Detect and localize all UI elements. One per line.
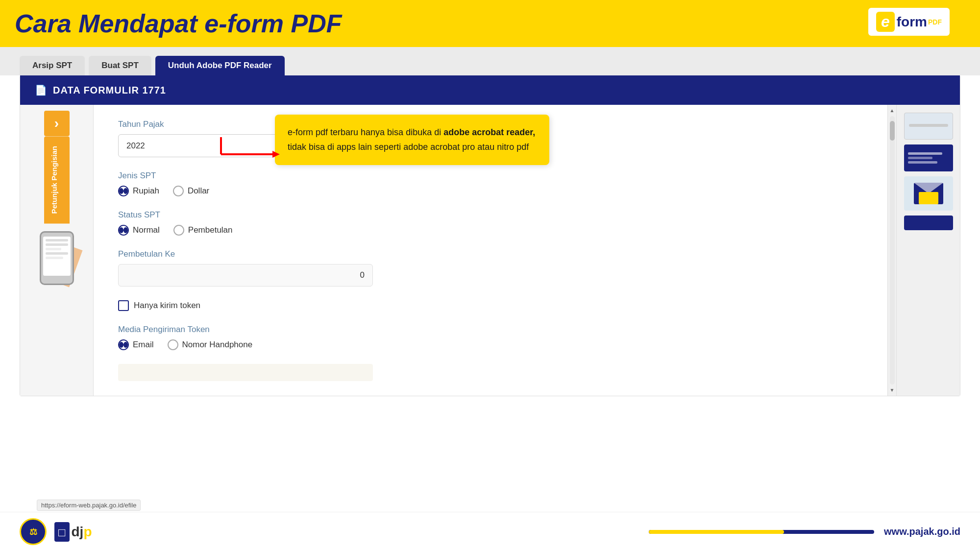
- logo-pdf: PDF: [928, 18, 942, 26]
- status-spt-radio-group: Normal Pembetulan: [118, 225, 863, 236]
- pembetulan-ke-label: Pembetulan Ke: [118, 249, 863, 259]
- radio-email[interactable]: Email: [118, 339, 154, 350]
- right-panel: [896, 105, 960, 396]
- eform-logo: e form PDF: [867, 7, 951, 37]
- logo-form: form: [897, 14, 927, 30]
- tab-buat-spt[interactable]: Buat SPT: [89, 56, 151, 75]
- url-bar: https://eform-web.pajak.go.id/efile: [37, 500, 141, 511]
- header-banner: Cara Mendapat e-form PDF: [0, 0, 980, 47]
- left-sidebar: › Petunjuk Pengisian: [20, 105, 94, 396]
- sidebar-label[interactable]: Petunjuk Pengisian: [44, 136, 70, 223]
- form-area: e-form pdf terbaru hanya bisa dibuka di …: [94, 105, 887, 396]
- tabs-row: Arsip SPT Buat SPT Unduh Adobe PDF Reade…: [0, 47, 980, 75]
- media-pengiriman-label: Media Pengiriman Token: [118, 325, 863, 335]
- scroll-down-icon[interactable]: ▼: [889, 386, 896, 394]
- tab-arsip-spt[interactable]: Arsip SPT: [20, 56, 85, 75]
- tahun-pajak-value: 2022: [126, 141, 145, 151]
- radio-rupiah[interactable]: Rupiah: [118, 186, 159, 196]
- radio-nomor-hp[interactable]: Nomor Handphone: [168, 339, 253, 350]
- djp-logo-text: □ d j p: [54, 522, 92, 542]
- red-arrow: [216, 132, 285, 164]
- right-panel-card-4: [904, 216, 953, 230]
- right-panel-card-3: [904, 176, 953, 211]
- djp-d-text: d: [72, 524, 80, 540]
- status-spt-label: Status SPT: [118, 210, 863, 220]
- media-pengiriman-radio-group: Email Nomor Handphone: [118, 339, 863, 350]
- hanya-kirim-token-label: Hanya kirim token: [134, 301, 200, 311]
- djp-emblem: ⚖: [20, 518, 47, 545]
- pembetulan-ke-value: 0: [360, 270, 365, 280]
- formulir-icon: 📄: [35, 84, 47, 96]
- progress-bar-container: [649, 530, 874, 534]
- radio-normal-label: Normal: [133, 225, 160, 235]
- tab-unduh-adobe[interactable]: Unduh Adobe PDF Reader: [155, 56, 285, 75]
- url-text: https://eform-web.pajak.go.id/efile: [41, 502, 136, 509]
- radio-email-label: Email: [133, 340, 154, 350]
- website-text: www.pajak.go.id: [884, 526, 960, 537]
- djp-p-text: p: [83, 524, 92, 540]
- chevron-right-icon: ›: [54, 116, 59, 131]
- right-panel-card-2: [904, 144, 953, 171]
- radio-normal-circle[interactable]: [118, 225, 129, 236]
- page-title: Cara Mendapat e-form PDF: [15, 9, 342, 38]
- progress-bar-track: [649, 530, 874, 534]
- jenis-spt-group: Jenis SPT Rupiah Dollar: [118, 171, 863, 196]
- pembetulan-ke-group: Pembetulan Ke 0: [118, 249, 863, 287]
- pembetulan-ke-input[interactable]: 0: [118, 264, 373, 287]
- phone-illustration: [32, 231, 81, 285]
- radio-nomor-hp-circle[interactable]: [168, 339, 178, 350]
- radio-nomor-hp-label: Nomor Handphone: [182, 340, 253, 350]
- svg-marker-2: [272, 151, 280, 158]
- radio-pembetulan[interactable]: Pembetulan: [173, 225, 233, 236]
- vertical-scrollbar[interactable]: ▲ ▼: [887, 105, 896, 396]
- radio-dollar[interactable]: Dollar: [173, 186, 209, 196]
- right-panel-card-1: [904, 113, 953, 140]
- jenis-spt-label: Jenis SPT: [118, 171, 863, 181]
- emblem-icon: ⚖: [29, 527, 37, 537]
- scrollbar-v-track[interactable]: [890, 116, 895, 384]
- radio-rupiah-label: Rupiah: [133, 186, 159, 196]
- callout-text-bold: adobe acrobat reader,: [443, 127, 535, 137]
- radio-pembetulan-circle[interactable]: [173, 225, 184, 236]
- hanya-kirim-token-group: Hanya kirim token: [118, 300, 863, 311]
- radio-dollar-circle[interactable]: [173, 186, 184, 196]
- radio-rupiah-circle[interactable]: [118, 186, 129, 196]
- progress-bar-fill: [649, 530, 784, 534]
- scrollbar-v-thumb[interactable]: [890, 121, 895, 141]
- radio-pembetulan-label: Pembetulan: [188, 225, 233, 235]
- hanya-kirim-token-checkbox[interactable]: [118, 300, 129, 311]
- formulir-title: DATA FORMULIR 1771: [53, 85, 166, 96]
- scroll-up-icon[interactable]: ▲: [889, 107, 896, 114]
- radio-normal[interactable]: Normal: [118, 225, 160, 236]
- jenis-spt-radio-group: Rupiah Dollar: [118, 186, 863, 196]
- browser-content: 📄 DATA FORMULIR 1771 › Petunjuk Pengisia…: [20, 75, 960, 396]
- callout-text-after: tidak bisa di apps lain seperti adobe ac…: [288, 142, 529, 152]
- content-body: › Petunjuk Pengisian: [20, 105, 960, 396]
- bottom-bar: ⚖ □ d j p www.pajak.go.id: [0, 512, 980, 551]
- callout-text-before: e-form pdf terbaru hanya bisa dibuka di: [288, 127, 443, 137]
- djp-box-icon: □: [54, 522, 70, 542]
- media-pengiriman-group: Media Pengiriman Token Email Nomor Handp…: [118, 325, 863, 350]
- logo-e: e: [876, 12, 895, 32]
- formulir-header: 📄 DATA FORMULIR 1771: [20, 75, 960, 105]
- radio-email-circle[interactable]: [118, 339, 129, 350]
- djp-j-text: j: [80, 524, 84, 540]
- radio-dollar-label: Dollar: [188, 186, 209, 196]
- bottom-left: ⚖ □ d j p: [20, 518, 92, 545]
- bottom-form-preview: [118, 364, 373, 381]
- sidebar-toggle-button[interactable]: ›: [44, 111, 70, 136]
- bottom-right: www.pajak.go.id: [649, 526, 960, 537]
- callout-box: e-form pdf terbaru hanya bisa dibuka di …: [275, 115, 549, 165]
- status-spt-group: Status SPT Normal Pembetulan: [118, 210, 863, 236]
